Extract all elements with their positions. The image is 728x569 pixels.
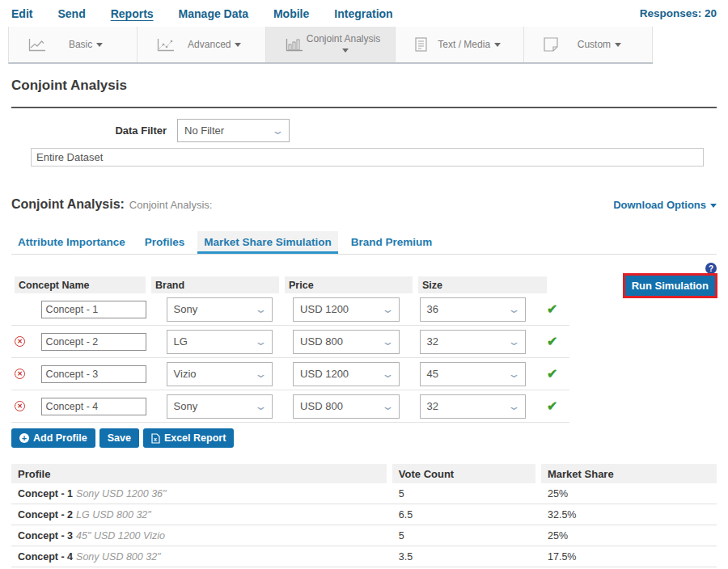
- tab-profiles[interactable]: Profiles: [138, 231, 192, 254]
- toolbar-tab-label: Advanced: [175, 39, 265, 50]
- toolbar-tab-conjoint-analysis[interactable]: Conjoint Analysis: [266, 27, 395, 62]
- chevron-down-icon: [235, 43, 241, 47]
- dataset-input[interactable]: [31, 148, 704, 166]
- concept-name-input[interactable]: [41, 301, 146, 318]
- nav-item-edit[interactable]: Edit: [11, 7, 32, 20]
- chevron-down-icon: ⌄: [254, 400, 267, 412]
- market-share-cell: 25%: [541, 530, 717, 542]
- action-buttons-row: + Add Profile Save x Excel Report: [11, 428, 717, 448]
- chevron-down-icon: ⌄: [254, 368, 267, 380]
- toolbar-tab-text-media[interactable]: Text / Media: [396, 27, 524, 62]
- chevron-down-icon: [710, 204, 717, 208]
- toolbar-tab-basic[interactable]: Basic: [9, 27, 138, 62]
- concept-name-input[interactable]: [41, 365, 146, 383]
- data-filter-label: Data Filter: [11, 124, 177, 137]
- toolbar-tab-label: Basic: [46, 39, 137, 50]
- top-nav: Edit Send Reports Manage Data Mobile Int…: [0, 0, 728, 27]
- brand-select[interactable]: Sony⌄: [167, 297, 273, 322]
- price-select[interactable]: USD 800⌄: [293, 394, 400, 419]
- results-table: Profile Vote Count Market Share Concept …: [11, 464, 717, 567]
- table-row: Concept - 4Sony USD 800 32" 3.5 17.5%: [11, 546, 717, 567]
- price-select[interactable]: USD 1200⌄: [293, 297, 400, 322]
- delete-cell: ✕: [15, 401, 30, 411]
- plus-icon: +: [19, 433, 29, 443]
- results-header: Profile Vote Count Market Share: [11, 464, 717, 483]
- excel-file-icon: x: [151, 433, 160, 444]
- column-header-price: Price: [285, 276, 413, 293]
- simulation-row: ✕ Sony⌄ USD 800⌄ 32⌄ ✔: [11, 390, 569, 423]
- line-chart-icon: [28, 38, 46, 52]
- chevron-down-icon: [615, 43, 621, 47]
- size-select[interactable]: 36⌄: [420, 297, 527, 322]
- size-select[interactable]: 45⌄: [420, 362, 527, 386]
- concept-name-input[interactable]: [41, 333, 146, 351]
- column-header-vote-count: Vote Count: [392, 464, 535, 483]
- add-profile-button[interactable]: + Add Profile: [11, 428, 95, 448]
- profile-cell: Concept - 345" USD 1200 Vizio: [11, 530, 387, 542]
- toolbar-tab-label: Text / Media: [427, 39, 523, 50]
- toolbar-tab-advanced[interactable]: Advanced: [138, 27, 266, 62]
- delete-row-icon[interactable]: ✕: [15, 336, 25, 347]
- nav-item-reports[interactable]: Reports: [111, 7, 154, 20]
- size-select[interactable]: 32⌄: [420, 330, 527, 354]
- help-row: ?: [11, 263, 717, 274]
- tab-market-share-simulation[interactable]: Market Share Simulation: [197, 231, 338, 254]
- chevron-down-icon: ⌄: [507, 335, 520, 348]
- page-title: Conjoint Analysis: [11, 78, 717, 94]
- vote-count-cell: 5: [392, 488, 535, 499]
- document-icon: [415, 37, 427, 52]
- report-tabs: Attribute Importance Profiles Market Sha…: [11, 231, 717, 255]
- chevron-down-icon: ⌄: [271, 124, 284, 137]
- delete-cell: ✕: [15, 336, 30, 347]
- excel-report-button[interactable]: x Excel Report: [143, 428, 234, 448]
- toolbar-tab-label: Conjoint Analysis: [303, 33, 394, 56]
- simulation-header: Concept Name Brand Price Size: [15, 276, 717, 293]
- tab-brand-premium[interactable]: Brand Premium: [345, 231, 439, 254]
- price-select[interactable]: USD 800⌄: [293, 330, 400, 354]
- market-share-cell: 32.5%: [541, 509, 717, 521]
- brand-select[interactable]: Sony⌄: [167, 394, 273, 419]
- nav-item-mobile[interactable]: Mobile: [273, 7, 309, 20]
- download-options-button[interactable]: Download Options: [613, 199, 717, 211]
- data-filter-select[interactable]: No Filter ⌄: [177, 119, 290, 142]
- save-button[interactable]: Save: [99, 428, 139, 448]
- brand-select[interactable]: Vizio⌄: [167, 362, 273, 386]
- simulation-row: Sony⌄ USD 1200⌄ 36⌄ ✔: [11, 293, 569, 326]
- size-select[interactable]: 32⌄: [420, 394, 527, 419]
- nav-item-manage-data[interactable]: Manage Data: [179, 7, 248, 20]
- data-filter-value: No Filter: [184, 124, 224, 137]
- vote-count-cell: 3.5: [392, 551, 535, 563]
- scatter-chart-icon: [157, 38, 175, 52]
- concept-name-input[interactable]: [41, 398, 146, 415]
- nav-item-integration[interactable]: Integration: [334, 7, 392, 20]
- chevron-down-icon: ⌄: [381, 400, 394, 412]
- valid-check-icon: ✔: [547, 398, 569, 414]
- brand-select[interactable]: LG⌄: [167, 330, 273, 354]
- profile-cell: Concept - 2LG USD 800 32": [11, 509, 387, 521]
- chevron-down-icon: ⌄: [507, 400, 520, 412]
- svg-text:x: x: [154, 436, 157, 442]
- responses-count: Responses: 20: [640, 7, 717, 19]
- column-header-market-share: Market Share: [541, 464, 717, 483]
- section-header: Conjoint Analysis: Conjoint Analysis: Do…: [11, 197, 717, 212]
- title-divider: [11, 107, 717, 108]
- nav-item-send[interactable]: Send: [57, 7, 85, 20]
- run-simulation-button[interactable]: Run Simulation: [625, 276, 715, 296]
- column-header-concept-name: Concept Name: [15, 276, 146, 293]
- table-row: Concept - 2LG USD 800 32" 6.5 32.5%: [11, 504, 717, 525]
- help-icon[interactable]: ?: [705, 263, 717, 274]
- tab-attribute-importance[interactable]: Attribute Importance: [11, 231, 132, 254]
- chevron-down-icon: ⌄: [381, 335, 394, 348]
- toolbar-tab-custom[interactable]: Custom: [524, 27, 653, 62]
- delete-row-icon[interactable]: ✕: [15, 401, 25, 411]
- column-header-profile: Profile: [11, 464, 387, 483]
- valid-check-icon: ✔: [547, 366, 569, 381]
- vote-count-cell: 6.5: [392, 509, 535, 521]
- chevron-down-icon: [494, 43, 501, 47]
- chevron-down-icon: ⌄: [507, 303, 520, 315]
- market-share-cell: 17.5%: [541, 551, 717, 563]
- delete-row-icon[interactable]: ✕: [15, 369, 25, 379]
- price-select[interactable]: USD 1200⌄: [293, 362, 400, 386]
- valid-check-icon: ✔: [547, 301, 569, 317]
- section-subtitle: Conjoint Analysis:: [129, 199, 213, 211]
